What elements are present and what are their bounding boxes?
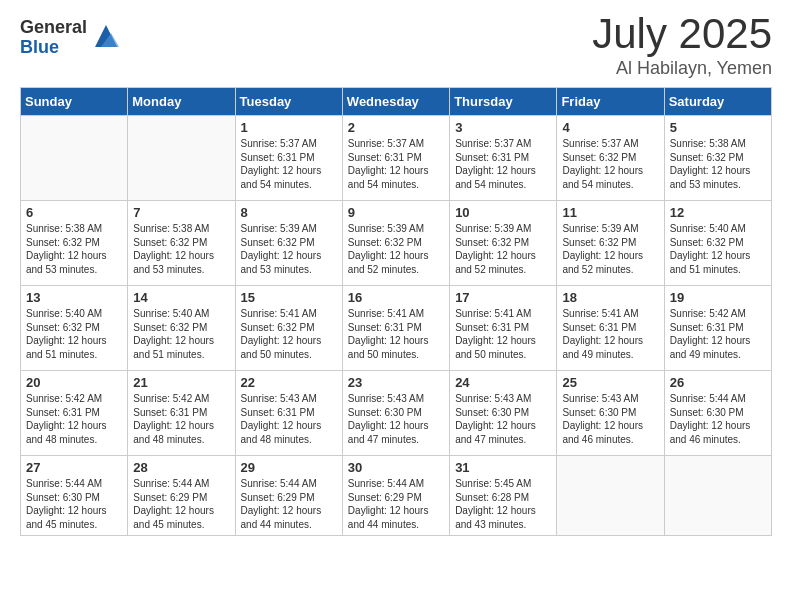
calendar-week-row: 1Sunrise: 5:37 AM Sunset: 6:31 PM Daylig… xyxy=(21,116,772,201)
day-number: 23 xyxy=(348,375,444,390)
weekday-header: Sunday xyxy=(21,88,128,116)
day-number: 17 xyxy=(455,290,551,305)
weekday-header: Saturday xyxy=(664,88,771,116)
calendar-cell xyxy=(664,456,771,536)
day-number: 4 xyxy=(562,120,658,135)
cell-info: Sunrise: 5:42 AM Sunset: 6:31 PM Dayligh… xyxy=(670,307,766,361)
cell-info: Sunrise: 5:38 AM Sunset: 6:32 PM Dayligh… xyxy=(26,222,122,276)
day-number: 11 xyxy=(562,205,658,220)
weekday-header: Monday xyxy=(128,88,235,116)
day-number: 25 xyxy=(562,375,658,390)
calendar-week-row: 20Sunrise: 5:42 AM Sunset: 6:31 PM Dayli… xyxy=(21,371,772,456)
calendar-cell: 29Sunrise: 5:44 AM Sunset: 6:29 PM Dayli… xyxy=(235,456,342,536)
day-number: 7 xyxy=(133,205,229,220)
cell-info: Sunrise: 5:38 AM Sunset: 6:32 PM Dayligh… xyxy=(670,137,766,191)
cell-info: Sunrise: 5:42 AM Sunset: 6:31 PM Dayligh… xyxy=(26,392,122,446)
day-number: 12 xyxy=(670,205,766,220)
day-number: 8 xyxy=(241,205,337,220)
calendar-cell: 19Sunrise: 5:42 AM Sunset: 6:31 PM Dayli… xyxy=(664,286,771,371)
calendar-cell: 17Sunrise: 5:41 AM Sunset: 6:31 PM Dayli… xyxy=(450,286,557,371)
calendar-cell: 21Sunrise: 5:42 AM Sunset: 6:31 PM Dayli… xyxy=(128,371,235,456)
logo-icon xyxy=(91,21,121,51)
calendar-cell: 3Sunrise: 5:37 AM Sunset: 6:31 PM Daylig… xyxy=(450,116,557,201)
calendar-week-row: 13Sunrise: 5:40 AM Sunset: 6:32 PM Dayli… xyxy=(21,286,772,371)
weekday-header: Tuesday xyxy=(235,88,342,116)
calendar-week-row: 6Sunrise: 5:38 AM Sunset: 6:32 PM Daylig… xyxy=(21,201,772,286)
weekday-header: Friday xyxy=(557,88,664,116)
day-number: 21 xyxy=(133,375,229,390)
day-number: 5 xyxy=(670,120,766,135)
day-number: 29 xyxy=(241,460,337,475)
day-number: 15 xyxy=(241,290,337,305)
cell-info: Sunrise: 5:43 AM Sunset: 6:30 PM Dayligh… xyxy=(348,392,444,446)
month-title: July 2025 xyxy=(592,10,772,58)
cell-info: Sunrise: 5:37 AM Sunset: 6:31 PM Dayligh… xyxy=(455,137,551,191)
day-number: 20 xyxy=(26,375,122,390)
day-number: 14 xyxy=(133,290,229,305)
calendar-cell: 5Sunrise: 5:38 AM Sunset: 6:32 PM Daylig… xyxy=(664,116,771,201)
calendar-cell: 6Sunrise: 5:38 AM Sunset: 6:32 PM Daylig… xyxy=(21,201,128,286)
cell-info: Sunrise: 5:40 AM Sunset: 6:32 PM Dayligh… xyxy=(670,222,766,276)
day-number: 19 xyxy=(670,290,766,305)
calendar-cell: 12Sunrise: 5:40 AM Sunset: 6:32 PM Dayli… xyxy=(664,201,771,286)
day-number: 10 xyxy=(455,205,551,220)
cell-info: Sunrise: 5:40 AM Sunset: 6:32 PM Dayligh… xyxy=(133,307,229,361)
cell-info: Sunrise: 5:44 AM Sunset: 6:29 PM Dayligh… xyxy=(348,477,444,531)
calendar-table: SundayMondayTuesdayWednesdayThursdayFrid… xyxy=(20,87,772,536)
day-number: 18 xyxy=(562,290,658,305)
calendar-cell: 2Sunrise: 5:37 AM Sunset: 6:31 PM Daylig… xyxy=(342,116,449,201)
day-number: 13 xyxy=(26,290,122,305)
calendar-cell: 25Sunrise: 5:43 AM Sunset: 6:30 PM Dayli… xyxy=(557,371,664,456)
calendar-cell: 28Sunrise: 5:44 AM Sunset: 6:29 PM Dayli… xyxy=(128,456,235,536)
calendar-cell xyxy=(21,116,128,201)
cell-info: Sunrise: 5:44 AM Sunset: 6:30 PM Dayligh… xyxy=(26,477,122,531)
day-number: 9 xyxy=(348,205,444,220)
calendar-cell: 31Sunrise: 5:45 AM Sunset: 6:28 PM Dayli… xyxy=(450,456,557,536)
calendar-cell: 20Sunrise: 5:42 AM Sunset: 6:31 PM Dayli… xyxy=(21,371,128,456)
calendar-cell: 7Sunrise: 5:38 AM Sunset: 6:32 PM Daylig… xyxy=(128,201,235,286)
cell-info: Sunrise: 5:39 AM Sunset: 6:32 PM Dayligh… xyxy=(562,222,658,276)
weekday-header: Thursday xyxy=(450,88,557,116)
calendar-cell: 18Sunrise: 5:41 AM Sunset: 6:31 PM Dayli… xyxy=(557,286,664,371)
calendar-cell: 8Sunrise: 5:39 AM Sunset: 6:32 PM Daylig… xyxy=(235,201,342,286)
page-header: General Blue July 2025 Al Habilayn, Yeme… xyxy=(20,10,772,79)
calendar-cell: 13Sunrise: 5:40 AM Sunset: 6:32 PM Dayli… xyxy=(21,286,128,371)
cell-info: Sunrise: 5:44 AM Sunset: 6:30 PM Dayligh… xyxy=(670,392,766,446)
weekday-header-row: SundayMondayTuesdayWednesdayThursdayFrid… xyxy=(21,88,772,116)
day-number: 27 xyxy=(26,460,122,475)
calendar-cell: 24Sunrise: 5:43 AM Sunset: 6:30 PM Dayli… xyxy=(450,371,557,456)
calendar-cell: 16Sunrise: 5:41 AM Sunset: 6:31 PM Dayli… xyxy=(342,286,449,371)
weekday-header: Wednesday xyxy=(342,88,449,116)
day-number: 22 xyxy=(241,375,337,390)
calendar-cell: 4Sunrise: 5:37 AM Sunset: 6:32 PM Daylig… xyxy=(557,116,664,201)
cell-info: Sunrise: 5:40 AM Sunset: 6:32 PM Dayligh… xyxy=(26,307,122,361)
day-number: 24 xyxy=(455,375,551,390)
cell-info: Sunrise: 5:44 AM Sunset: 6:29 PM Dayligh… xyxy=(241,477,337,531)
calendar-cell: 30Sunrise: 5:44 AM Sunset: 6:29 PM Dayli… xyxy=(342,456,449,536)
cell-info: Sunrise: 5:37 AM Sunset: 6:32 PM Dayligh… xyxy=(562,137,658,191)
calendar-cell: 27Sunrise: 5:44 AM Sunset: 6:30 PM Dayli… xyxy=(21,456,128,536)
cell-info: Sunrise: 5:37 AM Sunset: 6:31 PM Dayligh… xyxy=(241,137,337,191)
cell-info: Sunrise: 5:39 AM Sunset: 6:32 PM Dayligh… xyxy=(455,222,551,276)
cell-info: Sunrise: 5:38 AM Sunset: 6:32 PM Dayligh… xyxy=(133,222,229,276)
cell-info: Sunrise: 5:41 AM Sunset: 6:32 PM Dayligh… xyxy=(241,307,337,361)
day-number: 30 xyxy=(348,460,444,475)
logo-blue: Blue xyxy=(20,38,87,58)
day-number: 31 xyxy=(455,460,551,475)
calendar-cell xyxy=(557,456,664,536)
day-number: 2 xyxy=(348,120,444,135)
cell-info: Sunrise: 5:39 AM Sunset: 6:32 PM Dayligh… xyxy=(241,222,337,276)
calendar-cell: 22Sunrise: 5:43 AM Sunset: 6:31 PM Dayli… xyxy=(235,371,342,456)
day-number: 3 xyxy=(455,120,551,135)
cell-info: Sunrise: 5:44 AM Sunset: 6:29 PM Dayligh… xyxy=(133,477,229,531)
calendar-cell: 1Sunrise: 5:37 AM Sunset: 6:31 PM Daylig… xyxy=(235,116,342,201)
cell-info: Sunrise: 5:41 AM Sunset: 6:31 PM Dayligh… xyxy=(455,307,551,361)
cell-info: Sunrise: 5:41 AM Sunset: 6:31 PM Dayligh… xyxy=(562,307,658,361)
cell-info: Sunrise: 5:39 AM Sunset: 6:32 PM Dayligh… xyxy=(348,222,444,276)
cell-info: Sunrise: 5:41 AM Sunset: 6:31 PM Dayligh… xyxy=(348,307,444,361)
calendar-cell: 15Sunrise: 5:41 AM Sunset: 6:32 PM Dayli… xyxy=(235,286,342,371)
day-number: 1 xyxy=(241,120,337,135)
calendar-week-row: 27Sunrise: 5:44 AM Sunset: 6:30 PM Dayli… xyxy=(21,456,772,536)
cell-info: Sunrise: 5:43 AM Sunset: 6:30 PM Dayligh… xyxy=(562,392,658,446)
cell-info: Sunrise: 5:43 AM Sunset: 6:31 PM Dayligh… xyxy=(241,392,337,446)
